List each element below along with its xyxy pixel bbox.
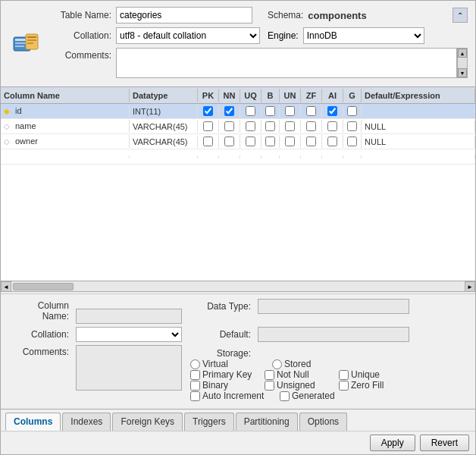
zf-checkbox[interactable] [306, 106, 316, 116]
b-checkbox[interactable] [265, 106, 275, 116]
nn-checkbox[interactable] [224, 136, 234, 146]
unsigned-checkbox[interactable] [265, 381, 274, 391]
tab-partitioning[interactable]: Partitioning [236, 413, 298, 431]
apply-button[interactable]: Apply [370, 435, 415, 451]
b-checkbox[interactable] [265, 121, 275, 131]
col-name-cell: ◆id [1, 105, 130, 118]
generated-label[interactable]: Generated [280, 391, 348, 401]
nn-checkbox[interactable] [224, 121, 234, 131]
un-checkbox[interactable] [285, 106, 295, 116]
empty-g [343, 155, 362, 158]
primary-key-label[interactable]: Primary Key [190, 369, 258, 380]
stored-label: Stored [284, 359, 311, 369]
table-hscroll[interactable]: ◄ ► [1, 281, 475, 291]
pk-checkbox[interactable] [203, 136, 213, 146]
tab-options[interactable]: Options [299, 413, 347, 431]
col-zf-cell [301, 135, 322, 148]
not-null-label[interactable]: Not Null [265, 369, 333, 380]
virtual-radio-label[interactable]: Virtual [190, 359, 266, 369]
table-empty-row [1, 149, 475, 165]
engine-select[interactable]: InnoDB [303, 27, 424, 44]
unique-checkbox[interactable] [339, 370, 349, 380]
col-header-default: Default/Expression [362, 89, 475, 102]
tab-columns[interactable]: Columns [5, 413, 61, 431]
table-header: Column Name Datatype PK NN UQ B UN ZF AI… [1, 87, 475, 104]
editor-left-2: Collation: [8, 327, 190, 342]
auto-increment-text: Auto Increment [202, 391, 264, 401]
zf-checkbox[interactable] [306, 136, 316, 146]
un-checkbox[interactable] [285, 121, 295, 131]
pk-checkbox[interactable] [203, 106, 213, 116]
collation-select[interactable]: utf8 - default collation [116, 27, 260, 44]
col-icon: ◇ [4, 137, 13, 146]
uq-checkbox[interactable] [246, 106, 255, 116]
table-row[interactable]: ◇owner VARCHAR(45) NULL [1, 134, 475, 149]
tab-triggers[interactable]: Triggers [184, 413, 234, 431]
stored-radio[interactable] [272, 359, 282, 369]
hscroll-right[interactable]: ► [465, 281, 475, 292]
g-checkbox[interactable] [347, 106, 357, 116]
ai-checkbox[interactable] [327, 106, 337, 116]
table-row[interactable]: ◆id INT(11) [1, 104, 475, 119]
b-checkbox[interactable] [265, 136, 275, 146]
tab-indexes[interactable]: Indexes [62, 413, 111, 431]
table-name-input[interactable] [116, 7, 252, 24]
tab-foreign-keys[interactable]: Foreign Keys [112, 413, 183, 431]
ai-checkbox[interactable] [327, 121, 337, 131]
col-name-field[interactable] [76, 309, 182, 324]
hscroll-left[interactable]: ◄ [1, 281, 11, 292]
scroll-down-arrow[interactable]: ▼ [458, 68, 467, 77]
col-header-un: UN [280, 89, 301, 102]
col-comments-textarea[interactable] [76, 345, 182, 391]
table-row[interactable]: ◇name VARCHAR(45) NULL [1, 119, 475, 134]
comments-scrollbar[interactable]: ▲ ▼ [457, 48, 468, 78]
stored-radio-label[interactable]: Stored [272, 359, 348, 369]
table-name-label: Table Name: [43, 10, 111, 20]
col-header-zf: ZF [301, 89, 322, 102]
zerofill-label[interactable]: Zero Fill [339, 380, 407, 391]
uq-checkbox[interactable] [246, 136, 255, 146]
binary-checkbox[interactable] [190, 381, 200, 391]
uq-checkbox[interactable] [246, 121, 255, 131]
un-checkbox[interactable] [285, 136, 295, 146]
col-un-cell [280, 135, 301, 148]
col-uq-cell [240, 120, 261, 133]
revert-button[interactable]: Revert [420, 435, 469, 451]
col-uq-cell [240, 135, 261, 148]
data-type-field[interactable] [258, 299, 409, 314]
pk-checkbox[interactable] [203, 121, 213, 131]
col-un-cell [280, 105, 301, 118]
collapse-button[interactable]: ⌃ [453, 8, 468, 23]
zerofill-checkbox[interactable] [339, 381, 349, 391]
generated-checkbox[interactable] [280, 391, 290, 401]
col-collation-select[interactable] [76, 327, 182, 342]
virtual-radio[interactable] [190, 359, 200, 369]
primary-key-checkbox[interactable] [190, 370, 200, 380]
auto-increment-checkbox[interactable] [190, 391, 200, 401]
col-datatype-cell: INT(11) [130, 105, 198, 118]
ai-checkbox[interactable] [327, 136, 337, 146]
unsigned-label[interactable]: Unsigned [265, 380, 333, 391]
tabs-bar: ColumnsIndexesForeign KeysTriggersPartit… [1, 409, 475, 431]
collation-label: Collation: [43, 30, 111, 41]
nn-checkbox[interactable] [224, 106, 234, 116]
scroll-up-arrow[interactable]: ▲ [458, 49, 467, 58]
binary-label[interactable]: Binary [190, 380, 258, 391]
default-field[interactable] [258, 327, 409, 342]
empty-default [362, 155, 475, 158]
col-b-cell [261, 105, 280, 118]
svg-rect-3 [15, 46, 24, 47]
col-name-cell: ◇owner [1, 135, 130, 148]
g-checkbox[interactable] [347, 121, 357, 131]
not-null-checkbox[interactable] [265, 370, 274, 380]
zf-checkbox[interactable] [306, 121, 316, 131]
unique-label[interactable]: Unique [339, 369, 407, 380]
col-header-ai: AI [322, 89, 343, 102]
editor-right-3: Storage: Virtual Stored [190, 345, 468, 401]
col-name-label: Column Name: [8, 299, 69, 322]
auto-increment-label[interactable]: Auto Increment [190, 391, 274, 401]
hscroll-thumb[interactable] [13, 283, 74, 290]
g-checkbox[interactable] [347, 136, 357, 146]
comments-textarea[interactable] [116, 48, 457, 78]
comments-label: Comments: [43, 48, 111, 61]
